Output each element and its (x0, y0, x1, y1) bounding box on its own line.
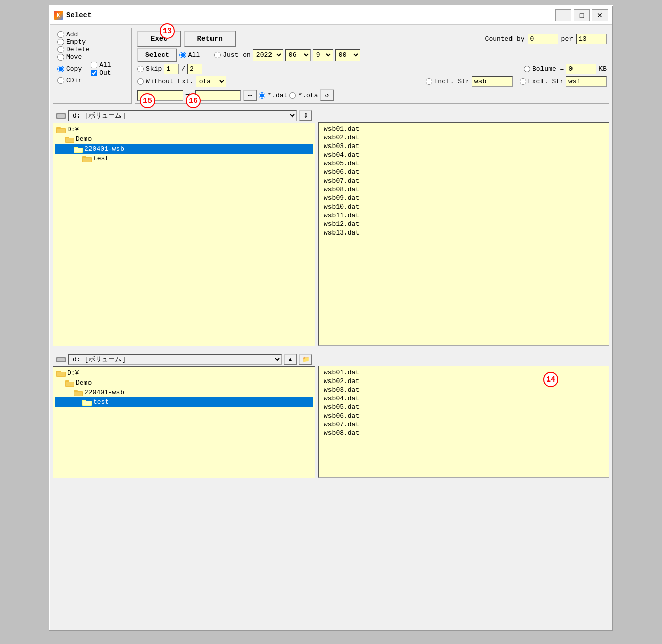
radio-empty-input[interactable] (57, 39, 64, 45)
file-item-12[interactable]: wsb12.dat (323, 220, 605, 228)
without-ext-select[interactable]: ota dat txt (196, 76, 226, 87)
title-bar: K Select — □ ✕ (50, 6, 612, 25)
file-item-9[interactable]: wsb09.dat (323, 194, 605, 202)
folder-root-icon (56, 126, 66, 133)
lower-tree-root-label: D:¥ (67, 369, 79, 377)
file-item-5[interactable]: wsb05.dat (323, 159, 605, 168)
lower-file-item-4[interactable]: wsb04.dat (323, 394, 605, 403)
counted-value-input[interactable] (528, 34, 558, 44)
radio-without-ext[interactable] (137, 78, 144, 85)
skip-label: Skip (146, 65, 162, 73)
day-select[interactable]: 9 (313, 49, 333, 61)
lower-up-btn[interactable]: ▲ (284, 354, 297, 365)
lower-file-item-3[interactable]: wsb03.dat (323, 386, 605, 394)
lower-folder-btn[interactable]: 📁 (299, 354, 312, 365)
radio-excl-str[interactable] (520, 78, 526, 85)
tree-item-demo[interactable]: Demo (55, 134, 313, 144)
file-item-8[interactable]: wsb08.dat (323, 185, 605, 194)
lower-tree-demo[interactable]: Demo (55, 378, 313, 388)
bolume-value[interactable] (566, 64, 596, 74)
skip-value1[interactable] (164, 64, 179, 74)
month-select[interactable]: 06 (285, 49, 311, 61)
checkbox-out-label: Out (99, 69, 111, 77)
refresh-button[interactable]: ↺ (320, 89, 334, 101)
radio-delete-input[interactable] (57, 46, 64, 53)
upper-drive-select[interactable]: d: [ボリューム] (68, 110, 297, 121)
radio-move-input[interactable] (57, 54, 64, 61)
return-button[interactable]: Return (184, 31, 236, 47)
all-label: All (188, 51, 200, 59)
path-row: 15 => 16 ↔ *.dat *.ota ↺ (137, 89, 607, 101)
radio-copy-input[interactable] (57, 66, 64, 72)
tree-item-test[interactable]: test (55, 154, 313, 163)
file-item-3[interactable]: wsb03.dat (323, 142, 605, 151)
window-title: Select (66, 11, 92, 19)
file-item-7[interactable]: wsb07.dat (323, 177, 605, 185)
incl-str-input[interactable] (472, 76, 513, 87)
svg-rect-18 (57, 372, 65, 376)
excl-str-input[interactable] (566, 76, 607, 87)
file-item-1[interactable]: wsb01.dat (323, 125, 605, 133)
year-select[interactable]: 2022 (253, 49, 283, 61)
upper-drive-bar: d: [ボリューム] ⇕ (53, 108, 315, 123)
maximize-button[interactable]: □ (574, 9, 590, 21)
tree-220401-label: 220401-wsb (84, 145, 124, 153)
tree-root-label: D:¥ (67, 126, 79, 133)
radio-empty: Empty (57, 38, 127, 46)
upper-updown-btn[interactable]: ⇕ (299, 110, 312, 121)
radio-bolume[interactable] (524, 66, 530, 72)
lower-file-item-5[interactable]: wsb05.dat (323, 403, 605, 412)
radio-cdir-input[interactable] (57, 77, 64, 84)
lower-file-item-1[interactable]: wsb01.dat (323, 368, 605, 377)
upper-file-list: wsb01.dat wsb02.dat wsb03.dat wsb04.dat … (318, 122, 609, 346)
radio-incl-str[interactable] (426, 78, 432, 85)
checkbox-all[interactable] (91, 62, 97, 68)
file-item-6[interactable]: wsb06.dat (323, 168, 605, 177)
mask-ota-label: *.ota (298, 92, 318, 99)
lower-tree-220401[interactable]: 220401-wsb (55, 388, 313, 397)
bidir-button[interactable]: ↔ (243, 90, 257, 101)
radio-all[interactable] (179, 52, 186, 58)
lower-tree: D:¥ Demo 220401-wsb test (53, 366, 315, 478)
lower-tree-root[interactable]: D:¥ (55, 368, 313, 378)
radio-move: Move (57, 53, 127, 61)
without-ext-label: Without Ext. (146, 78, 194, 85)
counted-by-label: Counted by (485, 35, 525, 43)
select-button[interactable]: Select (137, 48, 177, 62)
lower-drive-select[interactable]: d: [ボリューム] (68, 354, 282, 365)
file-item-13[interactable]: wsb13.dat (323, 228, 605, 237)
drive-icon (56, 112, 66, 119)
lower-folder-root-icon (56, 370, 66, 377)
file-item-10[interactable]: wsb10.dat (323, 202, 605, 211)
path-to-input[interactable] (195, 90, 241, 101)
lower-file-item-7[interactable]: wsb07.dat (323, 420, 605, 429)
radio-add-input[interactable] (57, 31, 64, 38)
radio-just-on[interactable] (214, 52, 221, 58)
svg-rect-1 (57, 114, 65, 118)
file-item-4[interactable]: wsb04.dat (323, 151, 605, 159)
lower-file-item-8[interactable]: wsb08.dat (323, 429, 605, 437)
close-button[interactable]: ✕ (592, 9, 608, 21)
per-value-input[interactable] (576, 34, 607, 44)
time-select[interactable]: 00 (335, 49, 360, 61)
top-section: Add Empty Delete Move (53, 28, 609, 104)
minimize-button[interactable]: — (555, 9, 571, 21)
radio-skip[interactable] (137, 66, 144, 72)
lower-file-item-6[interactable]: wsb06.dat (323, 412, 605, 420)
radio-mask-ota[interactable] (289, 92, 296, 99)
file-item-2[interactable]: wsb02.dat (323, 133, 605, 142)
skip-value2[interactable] (187, 64, 202, 74)
radio-delete: Delete (57, 46, 127, 53)
path-from-input[interactable] (137, 90, 183, 101)
tree-item-root[interactable]: D:¥ (55, 125, 313, 134)
lower-file-item-2[interactable]: wsb02.dat (323, 377, 605, 386)
lower-tree-test[interactable]: test (55, 397, 313, 407)
tree-item-220401[interactable]: 220401-wsb (55, 144, 313, 154)
radio-cdir: CDir (57, 77, 127, 84)
bolume-label: Bolume = (532, 65, 564, 73)
exec-button[interactable]: Exec (137, 31, 181, 47)
file-item-11[interactable]: wsb11.dat (323, 211, 605, 220)
checkbox-out[interactable] (91, 70, 97, 76)
radio-mask-dat[interactable] (259, 92, 265, 99)
operation-panel: Add Empty Delete Move (53, 28, 132, 104)
